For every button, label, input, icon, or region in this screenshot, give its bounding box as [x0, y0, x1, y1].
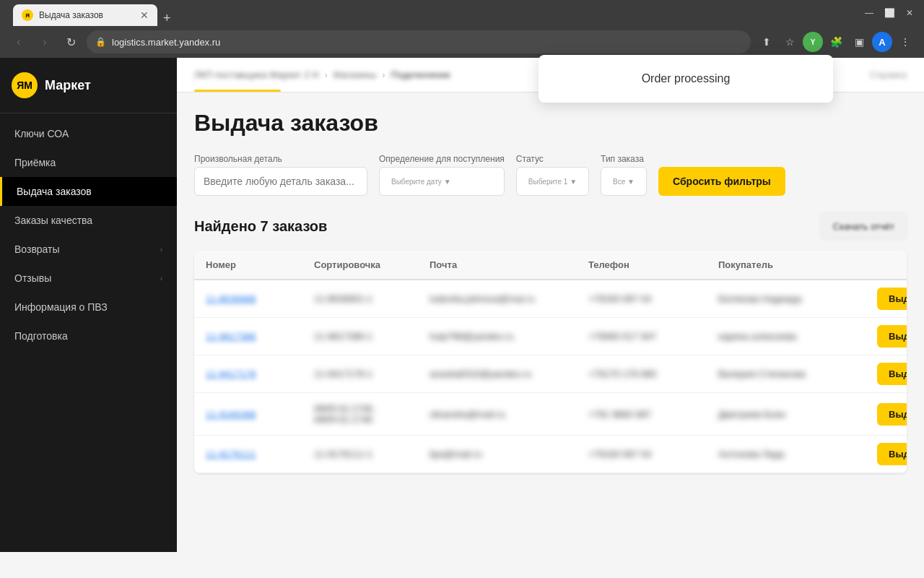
phone-cell: +79160 087 04 [577, 439, 707, 470]
table-row: 11-9176111 11-9176111-1 lipa@mail.ru +79… [194, 436, 907, 473]
sort-cell: 11-9817386-1 [302, 321, 418, 352]
buyer-cell: карина алексеева [707, 321, 866, 352]
restore-button[interactable]: ⬜ [882, 6, 897, 20]
order-id-cell[interactable]: 11-8636888 [194, 283, 302, 314]
filter-group-date: Определение для поступления Выберите дат… [379, 154, 505, 196]
active-tab[interactable]: Я Выдача заказов ✕ [13, 4, 157, 26]
breadcrumb-underline [194, 90, 281, 92]
table-row: 11-9166388 ИМЯ-01:1746, ИМЯ-01:1746 olis… [194, 393, 907, 436]
table-row: 11-8636888 11-8636801-1 ludevika.jelmova… [194, 280, 907, 318]
row-action-button[interactable]: Выдать заказ [877, 363, 907, 385]
sort-cell: 11-9417178-1 [302, 358, 418, 389]
filter-row: Произвольная деталь Определение для пост… [194, 154, 907, 196]
tab-close-button[interactable]: ✕ [140, 9, 149, 21]
profile-button[interactable]: A [872, 32, 892, 52]
col-header-buyer: Покупатель [707, 251, 866, 279]
page-wrapper: ЯМ Маркет Ключи СОА Приёмка Выдача заказ… [0, 58, 924, 552]
menu-icon[interactable]: ⋮ [895, 32, 915, 52]
row-action-button[interactable]: Выдать заказ [877, 443, 907, 465]
browser-titlebar: Я Выдача заказов ✕ + — ⬜ ✕ [0, 0, 924, 26]
sidebar-item-label: Ключи СОА [14, 128, 69, 139]
buyer-cell: Дмитриев Боян [707, 399, 866, 430]
new-tab-button[interactable]: + [163, 11, 171, 26]
sidebar-item-priemka[interactable]: Приёмка [0, 148, 177, 177]
col-header-email: Почта [418, 251, 577, 279]
filter-status-label: Статус [516, 154, 589, 164]
chevron-right-icon: › [160, 246, 162, 254]
buyer-cell: Антонова Лида [707, 439, 866, 470]
sidebar-item-info[interactable]: Информация о ПВЗ [0, 293, 177, 322]
row-action-button[interactable]: Выдать заказ [877, 403, 907, 426]
row-action-button[interactable]: Выдать заказ [877, 288, 907, 310]
bookmark-icon[interactable]: ☆ [780, 32, 800, 52]
type-select-button[interactable]: Все ▼ [601, 167, 647, 196]
order-id-cell[interactable]: 11-9166388 [194, 399, 302, 430]
date-btn-label: Выберите дату ▼ [391, 178, 451, 186]
table-header: Номер Сортировочка Почта Телефон Покупат… [194, 251, 907, 280]
filter-group-order: Произвольная деталь [194, 154, 367, 196]
extension-button[interactable]: Y [803, 32, 823, 52]
sidebar-item-klyuchi[interactable]: Ключи СОА [0, 119, 177, 148]
forward-button[interactable]: › [35, 32, 55, 52]
order-id-cell[interactable]: 11-9176111 [194, 439, 302, 470]
email-cell: anastia8310@yandex.ru [418, 358, 577, 389]
sidebar: ЯМ Маркет Ключи СОА Приёмка Выдача заказ… [0, 58, 177, 552]
sidebar-logo: ЯМ Маркет [0, 58, 177, 113]
action-cell: Выдать заказ [866, 396, 907, 433]
sidebar-item-zakazy[interactable]: Заказы качества [0, 206, 177, 235]
sort-cell: 11-8636801-1 [302, 283, 418, 314]
filter-group-type: Тип заказа Все ▼ [601, 154, 647, 196]
table-row: 11-9817386 11-9817386-1 hulp798@yandex.r… [194, 318, 907, 355]
order-id-cell[interactable]: 11-9817386 [194, 321, 302, 352]
breadcrumb: ЛКП поставщика Маркет 2 Н › Магазины › П… [194, 69, 450, 80]
lock-icon: 🔒 [95, 37, 106, 47]
filter-date-label: Определение для поступления [379, 154, 505, 164]
share-icon[interactable]: ⬆ [757, 32, 777, 52]
table-scroll-area[interactable]: 11-8636888 11-8636801-1 ludevika.jelmova… [194, 280, 907, 473]
sort-cell: ИМЯ-01:1746, ИМЯ-01:1746 [302, 393, 418, 435]
puzzle-icon[interactable]: 🧩 [826, 32, 846, 52]
download-report-button[interactable]: Скачать отчёт [821, 213, 907, 239]
address-text: logistics.market.yandex.ru [112, 37, 220, 48]
row-action-button[interactable]: Выдать заказ [877, 325, 907, 348]
sidebar-item-podgotovka[interactable]: Подготовка [0, 322, 177, 350]
col-header-number: Номер [194, 251, 302, 279]
filter-order-label: Произвольная деталь [194, 154, 367, 164]
breadcrumb-part-2[interactable]: Магазины [334, 69, 377, 80]
order-number-input[interactable] [194, 167, 367, 196]
buyer-cell: Белякова Надежда [707, 283, 866, 314]
col-header-sort: Сортировочка [302, 251, 418, 279]
address-bar[interactable]: 🔒 logistics.market.yandex.ru [87, 30, 751, 53]
phone-cell: +79170 178 860 [577, 358, 707, 389]
status-select-button[interactable]: Выберите 1 ▼ [516, 167, 589, 196]
browser-chrome: Я Выдача заказов ✕ + — ⬜ ✕ [0, 0, 924, 26]
browser-toolbar: ‹ › ↻ 🔒 logistics.market.yandex.ru ⬆ ☆ Y… [0, 26, 924, 58]
sidebar-item-vydacha[interactable]: Выдача заказов [0, 177, 177, 206]
minimize-button[interactable]: — [862, 6, 876, 20]
search-button[interactable]: Сбросить фильтры [658, 167, 785, 196]
sidebar-item-label: Заказы качества [14, 215, 92, 226]
sidebar-item-vozvrat[interactable]: Возвраты › [0, 235, 177, 264]
sidebar-item-label: Возвраты [14, 243, 60, 255]
back-button[interactable]: ‹ [9, 32, 29, 52]
close-button[interactable]: ✕ [902, 6, 917, 20]
sidebar-icon[interactable]: ▣ [849, 32, 869, 52]
sidebar-item-otzyvy[interactable]: Отзывы › [0, 264, 177, 293]
breadcrumb-part-1[interactable]: ЛКП поставщика Маркет 2 Н [194, 69, 318, 80]
sidebar-item-label: Приёмка [14, 157, 56, 168]
breadcrumb-action[interactable]: Справка [870, 69, 907, 80]
date-select-button[interactable]: Выберите дату ▼ [379, 167, 505, 196]
breadcrumb-separator: › [382, 69, 385, 80]
sort-cell: 11-9176111-1 [302, 439, 418, 470]
results-header: Найдено 7 заказов Скачать отчёт [194, 213, 907, 239]
filter-group-status: Статус Выберите 1 ▼ [516, 154, 589, 196]
sidebar-item-label: Подготовка [14, 330, 68, 342]
order-id-cell[interactable]: 11-9417178 [194, 358, 302, 389]
email-cell: olisandra@mail.ru [418, 399, 577, 430]
reload-button[interactable]: ↻ [61, 32, 81, 52]
email-cell: hulp798@yandex.ru [418, 321, 577, 352]
action-cell: Выдать заказ [866, 318, 907, 355]
email-cell: lipa@mail.ru [418, 439, 577, 470]
col-header-action [866, 251, 907, 279]
orders-table: Номер Сортировочка Почта Телефон Покупат… [194, 251, 907, 473]
